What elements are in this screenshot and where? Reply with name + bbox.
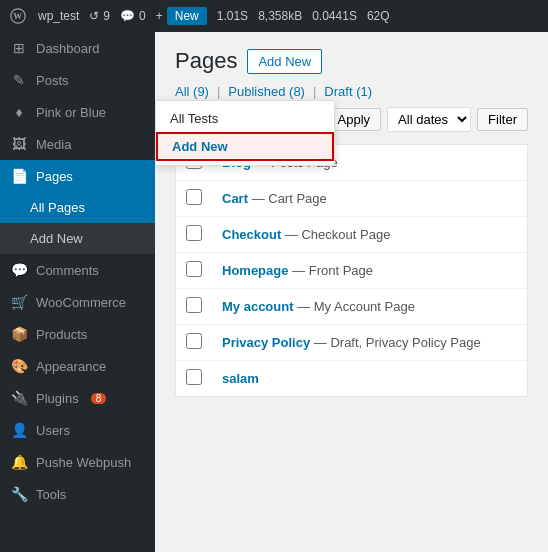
plugins-icon: 🔌: [10, 390, 28, 406]
sidebar-item-add-new[interactable]: Add New: [0, 223, 155, 254]
content-area: Pages Add New All (9) | Published (8) | …: [155, 32, 548, 552]
page-title-link[interactable]: Checkout: [222, 227, 281, 242]
posts-icon: ✎: [10, 72, 28, 88]
pages-container: Blog — Posts Page Cart — Cart Page Check…: [175, 144, 528, 397]
sidebar-item-label: Comments: [36, 263, 99, 278]
sidebar-item-woocommerce[interactable]: 🛒 WooCommerce: [0, 286, 155, 318]
table-row: Privacy Policy — Draft, Privacy Policy P…: [176, 325, 527, 361]
page-title-link[interactable]: Cart: [222, 191, 248, 206]
performance-metric: 1.01S: [217, 9, 248, 23]
table-row: Cart — Cart Page: [176, 181, 527, 217]
page-desc: — My Account Page: [297, 299, 415, 314]
sidebar-item-plugins[interactable]: 🔌 Plugins 8: [0, 382, 155, 414]
page-checkbox[interactable]: [186, 189, 202, 205]
dropdown-overlay: All Tests Add New: [155, 100, 335, 166]
dashboard-icon: ⊞: [10, 40, 28, 56]
add-new-header-button[interactable]: Add New: [247, 49, 322, 74]
pages-table: Blog — Posts Page Cart — Cart Page Check…: [176, 145, 527, 396]
comments-count[interactable]: 💬 0: [120, 9, 146, 23]
sidebar-item-label: WooCommerce: [36, 295, 126, 310]
all-dates-select[interactable]: All dates: [387, 107, 471, 132]
users-icon: 👤: [10, 422, 28, 438]
sidebar-item-label: Tools: [36, 487, 66, 502]
page-desc: — Checkout Page: [285, 227, 391, 242]
queries-metric: 62Q: [367, 9, 390, 23]
page-checkbox[interactable]: [186, 333, 202, 349]
filter-all-link[interactable]: All (9): [175, 84, 209, 99]
sidebar-item-posts[interactable]: ✎ Posts: [0, 64, 155, 96]
table-row: Homepage — Front Page: [176, 253, 527, 289]
sidebar-item-label: Posts: [36, 73, 69, 88]
sidebar-item-label: Products: [36, 327, 87, 342]
site-name[interactable]: wp_test: [38, 9, 79, 23]
media-icon: 🖼: [10, 136, 28, 152]
updates-count[interactable]: ↺ 9: [89, 9, 110, 23]
table-row: My account — My Account Page: [176, 289, 527, 325]
sidebar-item-media[interactable]: 🖼 Media: [0, 128, 155, 160]
table-row: salam: [176, 361, 527, 397]
memory-metric: 8,358kB: [258, 9, 302, 23]
sidebar-item-appearance[interactable]: 🎨 Appearance: [0, 350, 155, 382]
sidebar-item-dashboard[interactable]: ⊞ Dashboard: [0, 32, 155, 64]
sidebar-item-all-pages[interactable]: All Pages: [0, 192, 155, 223]
page-checkbox[interactable]: [186, 297, 202, 313]
sidebar-item-label: Plugins: [36, 391, 79, 406]
page-checkbox[interactable]: [186, 369, 202, 385]
main-layout: ⊞ Dashboard ✎ Posts ♦ Pink or Blue 🖼 Med…: [0, 32, 548, 552]
page-desc: — Cart Page: [252, 191, 327, 206]
sidebar-item-label: Media: [36, 137, 71, 152]
page-title-link[interactable]: salam: [222, 371, 259, 386]
sidebar-item-users[interactable]: 👤 Users: [0, 414, 155, 446]
filter-published-link[interactable]: Published (8): [228, 84, 305, 99]
sidebar-item-label: Users: [36, 423, 70, 438]
filter-draft-link[interactable]: Draft (1): [324, 84, 372, 99]
page-title: Pages: [175, 48, 237, 74]
page-desc: — Draft, Privacy Policy Page: [314, 335, 481, 350]
query-time-metric: 0.0441S: [312, 9, 357, 23]
sidebar-item-pink-or-blue[interactable]: ♦ Pink or Blue: [0, 96, 155, 128]
sidebar-item-products[interactable]: 📦 Products: [0, 318, 155, 350]
dropdown-all-tests[interactable]: All Tests: [156, 105, 334, 132]
plugins-badge: 8: [91, 393, 107, 404]
page-checkbox[interactable]: [186, 225, 202, 241]
pages-icon: 📄: [10, 168, 28, 184]
plugin-icon: ♦: [10, 104, 28, 120]
page-title-link[interactable]: Privacy Policy: [222, 335, 310, 350]
filter-button[interactable]: Filter: [477, 108, 528, 131]
sidebar-item-label: Appearance: [36, 359, 106, 374]
new-button[interactable]: + New: [156, 7, 207, 25]
sidebar-item-label: Pushe Webpush: [36, 455, 131, 470]
comments-icon: 💬: [10, 262, 28, 278]
admin-bar: W wp_test ↺ 9 💬 0 + New 1.01S 8,358kB 0.…: [0, 0, 548, 32]
appearance-icon: 🎨: [10, 358, 28, 374]
page-header: Pages Add New: [175, 48, 528, 74]
pushe-icon: 🔔: [10, 454, 28, 470]
sidebar-item-label: Pink or Blue: [36, 105, 106, 120]
page-title-link[interactable]: Homepage: [222, 263, 288, 278]
sidebar-item-comments[interactable]: 💬 Comments: [0, 254, 155, 286]
tools-icon: 🔧: [10, 486, 28, 502]
table-row: Checkout — Checkout Page: [176, 217, 527, 253]
svg-text:W: W: [13, 11, 22, 21]
page-checkbox[interactable]: [186, 261, 202, 277]
woocommerce-icon: 🛒: [10, 294, 28, 310]
dropdown-add-new[interactable]: Add New: [156, 132, 334, 161]
add-new-label: Add New: [30, 231, 83, 246]
sidebar-item-tools[interactable]: 🔧 Tools: [0, 478, 155, 510]
page-title-link[interactable]: My account: [222, 299, 294, 314]
pages-submenu: All Pages Add New: [0, 192, 155, 254]
all-pages-label: All Pages: [30, 200, 85, 215]
sidebar-item-pushe-webpush[interactable]: 🔔 Pushe Webpush: [0, 446, 155, 478]
wp-logo[interactable]: W: [8, 6, 28, 26]
sidebar-item-pages[interactable]: 📄 Pages: [0, 160, 155, 192]
sidebar: ⊞ Dashboard ✎ Posts ♦ Pink or Blue 🖼 Med…: [0, 32, 155, 552]
sidebar-item-label: Pages: [36, 169, 73, 184]
products-icon: 📦: [10, 326, 28, 342]
page-desc: — Front Page: [292, 263, 373, 278]
sidebar-item-label: Dashboard: [36, 41, 100, 56]
